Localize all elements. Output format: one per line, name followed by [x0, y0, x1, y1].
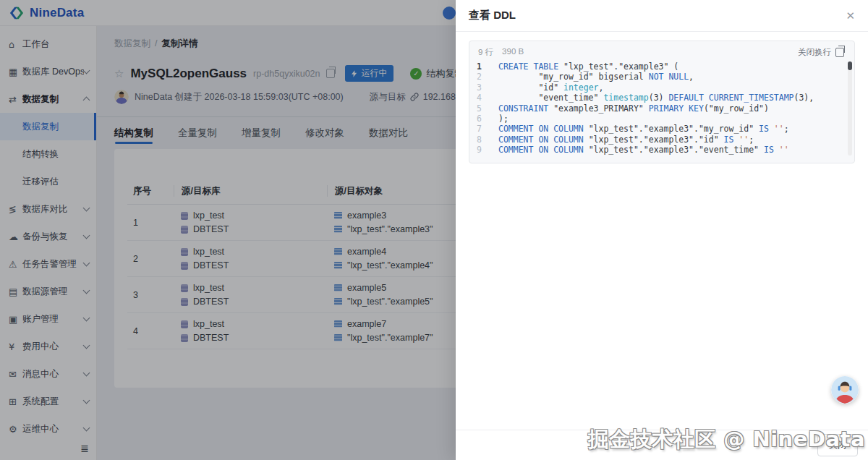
ddl-code: 1 CREATE TABLE "lxp_test"."example3" ( 2… [477, 61, 846, 156]
line-text: ); [498, 114, 509, 124]
code-line: 4 "event_time" timestamp(3) DEFAULT CURR… [477, 93, 846, 103]
line-text: COMMENT ON COLUMN "lxp_test"."example3".… [498, 124, 789, 134]
line-number: 7 [477, 124, 488, 134]
line-text: "id" integer, [498, 82, 603, 93]
line-number: 2 [477, 72, 488, 82]
code-line: 8 COMMENT ON COLUMN "lxp_test"."example3… [477, 135, 846, 145]
code-line: 3 "id" integer, [477, 82, 846, 93]
code-line: 9 COMMENT ON COLUMN "lxp_test"."example3… [477, 145, 846, 155]
customer-service-avatar[interactable] [831, 376, 859, 404]
code-line-count: 9 行 [478, 47, 493, 58]
line-number: 8 [477, 135, 488, 145]
line-number: 3 [477, 82, 488, 93]
copy-code-icon[interactable] [835, 48, 844, 57]
drawer-body: 9 行 390 B 关闭换行 1 CREATE TABLE "lxp_test"… [456, 32, 868, 172]
line-text: COMMENT ON COLUMN "lxp_test"."example3".… [498, 135, 754, 145]
code-panel: 9 行 390 B 关闭换行 1 CREATE TABLE "lxp_test"… [469, 41, 855, 163]
line-text: CONSTRAINT "example3_PRIMARY" PRIMARY KE… [498, 103, 769, 114]
wrap-toggle-label: 关闭换行 [798, 47, 831, 58]
line-text: "my_row_id" bigserial NOT NULL, [498, 72, 694, 82]
code-toolbar: 9 行 390 B 关闭换行 [478, 47, 844, 58]
line-number: 5 [477, 103, 488, 114]
ddl-drawer: 查看 DDL ✕ 9 行 390 B 关闭换行 1 CREATE TABLE "… [456, 0, 868, 460]
code-line: 7 COMMENT ON COLUMN "lxp_test"."example3… [477, 124, 846, 134]
line-number: 4 [477, 93, 488, 103]
code-line: 1 CREATE TABLE "lxp_test"."example3" ( [477, 61, 846, 72]
line-number: 1 [477, 61, 488, 72]
wrap-toggle[interactable]: 关闭换行 [798, 47, 844, 58]
line-text: "event_time" timestamp(3) DEFAULT CURREN… [498, 93, 814, 103]
scrollbar-thumb[interactable] [848, 61, 852, 70]
code-line: 2 "my_row_id" bigserial NOT NULL, [477, 72, 846, 82]
code-line: 5 CONSTRAINT "example3_PRIMARY" PRIMARY … [477, 103, 846, 114]
line-number: 9 [477, 145, 488, 155]
drawer-header: 查看 DDL ✕ [456, 0, 868, 32]
drawer-title: 查看 DDL [469, 9, 516, 22]
code-meta: 9 行 390 B [478, 47, 524, 58]
code-byte-size: 390 B [502, 47, 524, 58]
line-number: 6 [477, 114, 488, 124]
line-text: CREATE TABLE "lxp_test"."example3" ( [498, 61, 678, 72]
line-text: COMMENT ON COLUMN "lxp_test"."example3".… [498, 145, 789, 155]
code-line: 6 ); [477, 114, 846, 124]
watermark: 掘金技术社区 @ NineData [588, 425, 865, 454]
code-scrollbar [848, 61, 852, 156]
close-icon[interactable]: ✕ [846, 10, 855, 21]
